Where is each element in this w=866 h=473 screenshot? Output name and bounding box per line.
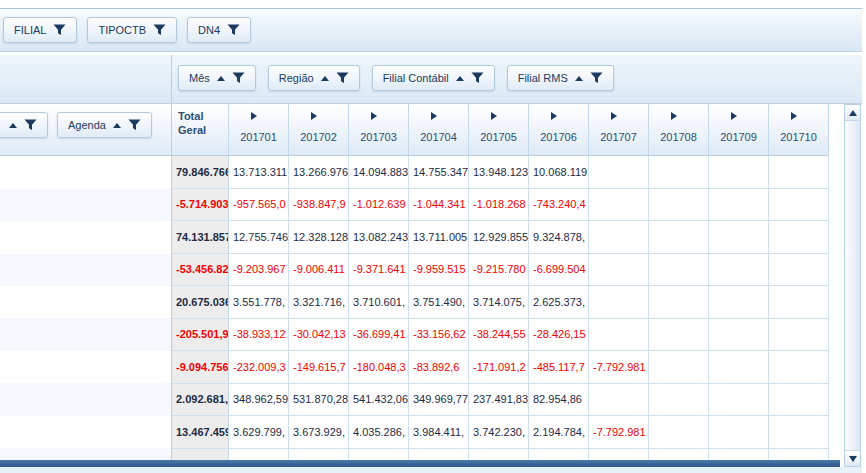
- expand-column-icon[interactable]: [671, 112, 677, 120]
- filter-field-button-filial[interactable]: FILIAL: [3, 17, 77, 43]
- column-field-button-filial-rms[interactable]: Filial RMS: [507, 65, 614, 91]
- scroll-down-button[interactable]: [845, 450, 860, 466]
- value-cell: [709, 189, 769, 222]
- bottom-strip: [0, 467, 866, 473]
- expand-column-icon[interactable]: [371, 112, 377, 120]
- column-header-label: 201710: [769, 131, 828, 143]
- value-cell: -30.042,13: [289, 319, 349, 352]
- value-cell: -938.847,9: [289, 189, 349, 222]
- row-field-button-clipped[interactable]: [0, 112, 48, 138]
- total-geral-cell: 13.467.459: [172, 416, 229, 449]
- value-cell: [769, 189, 829, 222]
- grid-spacer-column: [829, 104, 844, 467]
- filter-funnel-icon[interactable]: [590, 72, 603, 84]
- column-field-button-região[interactable]: Região: [268, 65, 360, 91]
- column-header-label: 201708: [649, 131, 708, 143]
- expand-column-icon[interactable]: [791, 112, 797, 120]
- value-cell: -180.048,3: [349, 351, 409, 384]
- panel-separator: [171, 55, 172, 104]
- value-cell: -743.240,4: [529, 189, 589, 222]
- value-cell: [589, 286, 649, 319]
- value-cell: -7.792.981: [589, 416, 649, 449]
- column-header-201702[interactable]: 201702: [289, 104, 349, 156]
- column-field-button-mês[interactable]: Mês: [178, 65, 256, 91]
- filter-field-button-tipoctb[interactable]: TIPOCTB: [87, 17, 177, 43]
- value-cell: -1.044.341: [409, 189, 469, 222]
- value-cell: 2.625.373,: [529, 286, 589, 319]
- value-cell: [649, 156, 709, 189]
- value-cell: [709, 286, 769, 319]
- value-cell: 13.711.005: [409, 221, 469, 254]
- value-cell: -83.892,6: [409, 351, 469, 384]
- vertical-scrollbar[interactable]: [844, 104, 861, 467]
- pivot-grid-screen: FILIALTIPOCTBDN4 MêsRegiãoFilial Contábi…: [0, 0, 866, 473]
- column-header-201710[interactable]: 201710: [769, 104, 829, 156]
- expand-column-icon[interactable]: [311, 112, 317, 120]
- total-geral-cell: 74.131.857: [172, 221, 229, 254]
- column-header-201708[interactable]: 201708: [649, 104, 709, 156]
- column-header-201703[interactable]: 201703: [349, 104, 409, 156]
- button-label: Agenda: [68, 119, 106, 131]
- column-header-201704[interactable]: 201704: [409, 104, 469, 156]
- column-header-201707[interactable]: 201707: [589, 104, 649, 156]
- filter-field-button-dn4[interactable]: DN4: [187, 17, 251, 43]
- expand-column-icon[interactable]: [731, 112, 737, 120]
- button-label: TIPOCTB: [98, 24, 146, 36]
- filter-funnel-icon[interactable]: [153, 24, 166, 36]
- column-header-201701[interactable]: 201701: [229, 104, 289, 156]
- value-cell: -38.244,55: [469, 319, 529, 352]
- value-cell: 82.954,86: [529, 384, 589, 417]
- value-cell: [589, 319, 649, 352]
- sort-ascending-icon: [575, 76, 583, 81]
- row-area-panel: [0, 156, 172, 473]
- filter-funnel-icon[interactable]: [227, 24, 240, 36]
- expand-column-icon[interactable]: [251, 112, 257, 120]
- table-row: 20.675.0363.551.778,3.321.716,3.710.601,…: [172, 286, 829, 319]
- expand-column-icon[interactable]: [431, 112, 437, 120]
- value-cell: -1.018.268: [469, 189, 529, 222]
- month-headers-row: 2017012017022017032017042017052017062017…: [229, 104, 829, 156]
- column-header-label: 201709: [709, 131, 768, 143]
- right-strip: [862, 0, 866, 473]
- table-row: -205.501,9-38.933,12-30.042,13-36.699,41…: [172, 319, 829, 352]
- value-cell: 237.491,83: [469, 384, 529, 417]
- value-cell: [649, 319, 709, 352]
- column-header-201709[interactable]: 201709: [709, 104, 769, 156]
- filter-funnel-icon[interactable]: [232, 72, 245, 84]
- value-cell: -7.792.981: [589, 351, 649, 384]
- value-cell: [589, 156, 649, 189]
- filter-funnel-icon[interactable]: [471, 72, 484, 84]
- filter-funnel-icon[interactable]: [336, 72, 349, 84]
- filter-funnel-icon[interactable]: [53, 24, 66, 36]
- value-cell: 13.713.311: [229, 156, 289, 189]
- column-field-button-filial-contábil[interactable]: Filial Contábil: [372, 65, 495, 91]
- button-label: DN4: [198, 24, 220, 36]
- value-cell: [709, 156, 769, 189]
- total-geral-header[interactable]: Total Geral: [171, 104, 229, 156]
- value-cell: 13.082.243: [349, 221, 409, 254]
- value-cell: -38.933,12: [229, 319, 289, 352]
- filter-funnel-icon[interactable]: [24, 119, 37, 131]
- column-header-201706[interactable]: 201706: [529, 104, 589, 156]
- filter-funnel-icon[interactable]: [128, 119, 141, 131]
- sort-ascending-icon: [456, 76, 464, 81]
- value-cell: -149.615,7: [289, 351, 349, 384]
- column-header-201705[interactable]: 201705: [469, 104, 529, 156]
- horizontal-scrollbar[interactable]: [0, 460, 840, 467]
- scroll-up-button[interactable]: [845, 105, 860, 121]
- value-cell: [709, 416, 769, 449]
- value-cell: -485.117,7: [529, 351, 589, 384]
- table-row: 74.131.85712.755.74612.328.12813.082.243…: [172, 221, 829, 254]
- button-label: Mês: [189, 72, 210, 84]
- value-cell: -33.156,62: [409, 319, 469, 352]
- expand-column-icon[interactable]: [491, 112, 497, 120]
- value-cell: [769, 221, 829, 254]
- value-cell: 9.324.878,: [529, 221, 589, 254]
- expand-column-icon[interactable]: [611, 112, 617, 120]
- value-cell: 3.673.929,: [289, 416, 349, 449]
- value-cell: 12.929.855: [469, 221, 529, 254]
- row-field-button-agenda[interactable]: Agenda: [57, 112, 152, 138]
- value-cell: 2.194.784,: [529, 416, 589, 449]
- expand-column-icon[interactable]: [551, 112, 557, 120]
- column-header-label: 201705: [469, 131, 528, 143]
